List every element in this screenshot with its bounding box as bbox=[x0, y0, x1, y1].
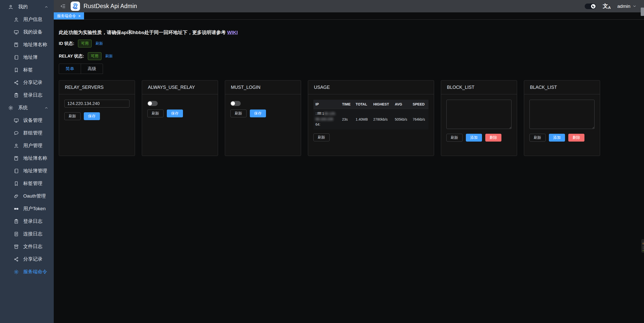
must-login-toggle[interactable] bbox=[230, 101, 241, 106]
delete-button[interactable]: 删除 bbox=[485, 134, 501, 142]
relay-servers-input[interactable] bbox=[64, 100, 129, 107]
save-button[interactable]: 保存 bbox=[167, 110, 183, 117]
sidebar-item-addressbook-names[interactable]: 地址簿名称 bbox=[0, 38, 54, 51]
sidebar-item-addressbook[interactable]: 地址簿 bbox=[0, 51, 54, 64]
bookmark-icon bbox=[14, 181, 19, 186]
relay-status-refresh-link[interactable]: 刷新 bbox=[105, 54, 113, 59]
tab-advanced[interactable]: 高级 bbox=[81, 64, 103, 74]
id-status-refresh-link[interactable]: 刷新 bbox=[95, 41, 103, 46]
window-tabbar: 服务端命令 × bbox=[54, 12, 644, 20]
card-title: RELAY_SERVERS bbox=[59, 80, 135, 94]
sidebar-item-user-token[interactable]: 用户Token bbox=[0, 202, 54, 215]
card-usage: USAGE IP TIME TOTAL HIGHEST AVG SPEED bbox=[308, 80, 434, 156]
refresh-button[interactable]: 刷新 bbox=[230, 110, 247, 117]
card-title: BLOCK_LIST bbox=[441, 80, 517, 94]
refresh-button[interactable]: 刷新 bbox=[147, 110, 164, 117]
sidebar-item-share-records-sys[interactable]: 分享记录 bbox=[0, 253, 54, 265]
black-list-textarea[interactable] bbox=[529, 100, 595, 129]
chevron-up-icon[interactable] bbox=[44, 106, 48, 110]
tab-label: 服务端命令 bbox=[57, 14, 76, 18]
card-black-list: BLACK_LIST 刷新 添加 删除 bbox=[524, 80, 600, 156]
sidebar-item-share-records[interactable]: 分享记录 bbox=[0, 76, 54, 89]
sidebar-item-label: 群组管理 bbox=[23, 130, 42, 136]
card-relay-servers: RELAY_SERVERS 刷新 保存 bbox=[59, 80, 135, 156]
user-icon bbox=[14, 143, 19, 148]
close-icon[interactable]: × bbox=[78, 14, 81, 18]
monitor-icon bbox=[14, 118, 19, 123]
col-time: TIME bbox=[340, 100, 354, 109]
tab-server-commands[interactable]: 服务端命令 × bbox=[54, 12, 84, 19]
col-ip: IP bbox=[313, 100, 340, 109]
card-title: MUST_LOGIN bbox=[225, 80, 301, 94]
sidebar-item-oauth-mgmt[interactable]: Oauth管理 bbox=[0, 190, 54, 202]
sidebar-item-addressbook-mgmt[interactable]: 地址簿管理 bbox=[0, 165, 54, 177]
user-menu[interactable]: admin bbox=[617, 4, 636, 9]
sidebar-item-file-logs[interactable]: 文件日志 bbox=[0, 240, 54, 253]
always-use-relay-toggle[interactable] bbox=[147, 101, 158, 106]
sidebar-item-label: 文件日志 bbox=[23, 243, 42, 250]
usage-table: IP TIME TOTAL HIGHEST AVG SPEED ::ffff:1… bbox=[313, 100, 428, 129]
refresh-button[interactable]: 刷新 bbox=[313, 133, 330, 141]
chevron-down-icon bbox=[633, 4, 636, 8]
main-content: 此处功能为实验性质，请确保api和hbbs处于同一回环地址下，更多说明请参考 W… bbox=[54, 20, 644, 323]
theme-toggle[interactable] bbox=[585, 4, 596, 9]
sidebar-item-tags[interactable]: 标签 bbox=[0, 64, 54, 76]
token-icon bbox=[14, 206, 19, 211]
save-button[interactable]: 保存 bbox=[250, 110, 266, 117]
sidebar-item-label: 地址簿管理 bbox=[23, 168, 47, 174]
refresh-button[interactable]: 刷新 bbox=[64, 112, 80, 120]
sidebar-item-label: 服务端命令 bbox=[23, 268, 47, 275]
chevron-up-icon[interactable] bbox=[44, 5, 48, 9]
relay-status-label: RELAY 状态: bbox=[59, 53, 84, 59]
sidebar-item-label: 用户信息 bbox=[23, 16, 42, 23]
scrollbar-thumb[interactable] bbox=[641, 8, 644, 16]
sidebar-item-tag-mgmt[interactable]: 标签管理 bbox=[0, 177, 54, 190]
tab-simple[interactable]: 简单 bbox=[59, 64, 81, 74]
card-must-login: MUST_LOGIN 刷新 保存 bbox=[225, 80, 301, 156]
sidebar-item-user-mgmt[interactable]: 用户管理 bbox=[0, 139, 54, 152]
id-status-badge: 可用 bbox=[78, 40, 92, 47]
id-status-label: ID 状态: bbox=[59, 41, 74, 46]
sidebar-item-login-logs-sys[interactable]: 登录日志 bbox=[0, 215, 54, 228]
wiki-link[interactable]: WIKI bbox=[227, 30, 238, 35]
redacted-text: 06.120. bbox=[324, 112, 336, 116]
collapse-sidebar-icon[interactable] bbox=[60, 4, 66, 9]
sidebar-item-label: 分享记录 bbox=[23, 256, 42, 262]
sidebar-item-group-mgmt[interactable]: 群组管理 bbox=[0, 127, 54, 139]
notebook-icon bbox=[14, 168, 19, 174]
minimap-orange-line bbox=[642, 243, 644, 244]
moon-icon bbox=[591, 4, 596, 9]
sidebar-section-system[interactable]: 系统 bbox=[0, 101, 54, 114]
translate-icon[interactable]: 文A bbox=[603, 3, 611, 9]
refresh-button[interactable]: 刷新 bbox=[529, 134, 546, 142]
add-button[interactable]: 添加 bbox=[466, 134, 482, 142]
sidebar-item-user-info[interactable]: 用户信息 bbox=[0, 13, 54, 26]
refresh-button[interactable]: 刷新 bbox=[446, 134, 463, 142]
col-total: TOTAL bbox=[354, 100, 371, 109]
sidebar-item-login-logs[interactable]: 登录日志 bbox=[0, 89, 54, 101]
col-avg: AVG bbox=[393, 100, 411, 109]
card-title: ALWAYS_USE_RELAY bbox=[142, 80, 218, 94]
sidebar-section-my[interactable]: 我的 bbox=[0, 1, 54, 13]
share-icon bbox=[14, 80, 19, 85]
toggle-knob bbox=[148, 101, 152, 105]
sidebar-item-connection-logs[interactable]: 连接日志 bbox=[0, 228, 54, 240]
settings-cards: RELAY_SERVERS 刷新 保存 ALWAYS_USE_RELAY 刷新 … bbox=[59, 80, 644, 156]
sidebar-item-addressbook-names-mgmt[interactable]: 地址簿名称 bbox=[0, 152, 54, 165]
mode-tabs: 简单 高级 bbox=[59, 64, 103, 74]
sidebar-item-label: 登录日志 bbox=[23, 92, 42, 98]
sidebar-item-device-mgmt[interactable]: 设备管理 bbox=[0, 114, 54, 127]
delete-button[interactable]: 删除 bbox=[568, 134, 584, 142]
book-icon bbox=[14, 156, 19, 161]
add-button[interactable]: 添加 bbox=[549, 134, 565, 142]
sidebar-item-my-devices[interactable]: 我的设备 bbox=[0, 26, 54, 38]
block-list-textarea[interactable] bbox=[446, 100, 512, 129]
sidebar-item-label: 我的设备 bbox=[23, 29, 42, 35]
sidebar-item-label: 地址簿名称 bbox=[23, 155, 47, 162]
sidebar-item-server-commands[interactable]: 服务端命令 bbox=[0, 265, 54, 278]
card-title: BLACK_LIST bbox=[524, 80, 600, 94]
card-always-use-relay: ALWAYS_USE_RELAY 刷新 保存 bbox=[142, 80, 218, 156]
bookmark-icon bbox=[14, 67, 19, 73]
clipboard-icon bbox=[14, 93, 19, 98]
save-button[interactable]: 保存 bbox=[84, 112, 100, 120]
